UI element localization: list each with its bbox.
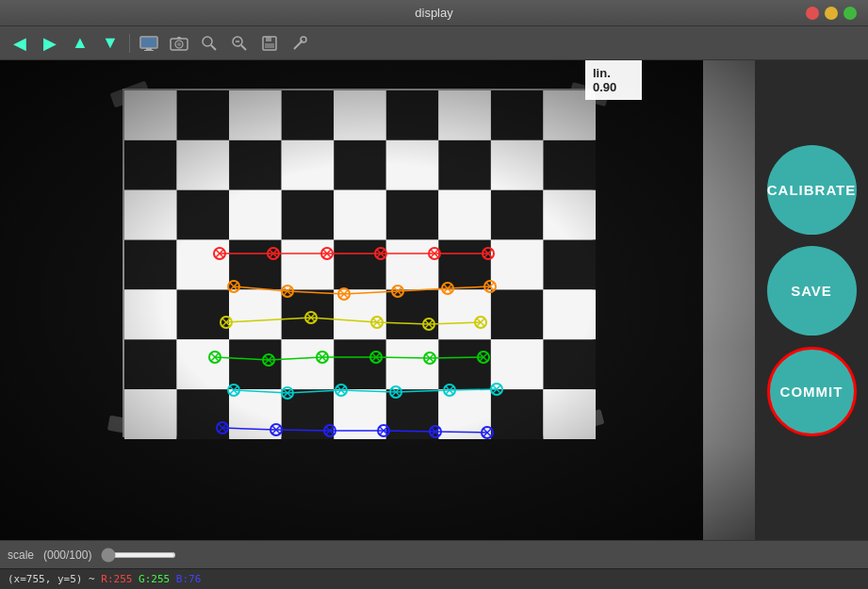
camera-view: lin. 0.90 [0,60,755,540]
svg-point-17 [301,37,306,42]
zoom-out-button[interactable] [225,30,254,57]
minimize-button[interactable] [825,7,838,20]
forward-button[interactable]: ▶ [36,30,64,57]
coord-r-value: 255 [114,573,133,585]
coord-b-label: B: [170,573,188,585]
monitor-button[interactable] [135,30,163,57]
scale-value: (000/100) [43,548,91,562]
checkerboard-paper [123,89,594,437]
svg-point-8 [203,37,212,46]
side-scroll-content [703,60,755,540]
svg-rect-1 [146,48,152,50]
camera-button[interactable] [165,30,193,57]
svg-rect-15 [265,43,274,48]
svg-marker-7 [176,37,182,39]
search-button[interactable] [195,30,223,57]
coord-g-value: 255 [151,573,170,585]
commit-button[interactable]: COMMIT [767,347,857,436]
coord-xy: (x=755, y=5) ~ [8,573,95,585]
statusbar: scale (000/100) [0,540,868,568]
close-button[interactable] [806,7,819,20]
floppy-save-button[interactable] [255,30,284,57]
coordbar: (x=755, y=5) ~ R: 255 G: 255 B: 76 [0,568,868,589]
up-button[interactable]: ▲ [66,30,94,57]
info-panel: lin. 0.90 [585,60,642,100]
right-panel: CALIBRATE SAVE COMMIT [755,60,868,540]
down-button[interactable]: ▼ [96,30,124,57]
maximize-button[interactable] [843,7,857,20]
calibrate-button[interactable]: CALIBRATE [767,145,857,235]
tool-button[interactable] [286,30,314,57]
svg-line-12 [241,45,246,50]
window-controls [806,7,857,20]
back-button[interactable]: ◀ [6,30,34,57]
svg-line-9 [211,45,216,50]
side-scroll-panel [703,60,755,540]
save-action-button[interactable]: SAVE [767,246,857,335]
coord-r-label: R: [95,573,114,585]
svg-rect-14 [266,37,271,41]
info-line2: 0.90 [593,80,634,94]
coord-g-label: G: [132,573,151,585]
titlebar: display [0,0,868,26]
toolbar: ◀ ▶ ▲ ▼ [0,26,868,60]
svg-point-6 [177,42,181,46]
coord-b-value: 76 [188,573,201,585]
info-line1: lin. [593,66,634,80]
window-title: display [415,6,452,20]
scale-slider[interactable] [101,552,176,558]
svg-rect-3 [141,38,156,47]
toolbar-separator-1 [129,34,130,53]
main-content: lin. 0.90 CALIBRATE SAVE COMMIT [0,60,868,540]
scale-label: scale [8,548,34,562]
svg-rect-2 [144,50,154,51]
